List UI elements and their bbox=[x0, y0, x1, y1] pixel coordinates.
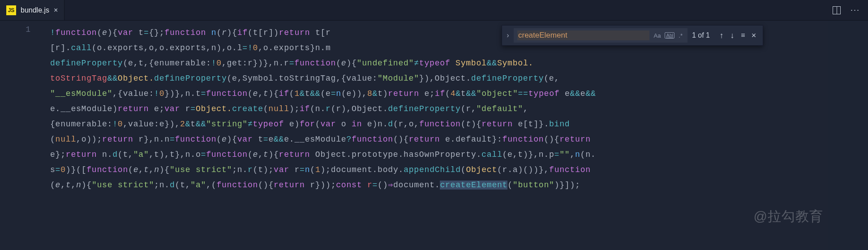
code-content[interactable]: !function(e){var t={};function n(r){if(t… bbox=[40, 21, 828, 250]
more-actions-icon[interactable]: ··· bbox=[851, 5, 860, 15]
find-in-selection-icon[interactable]: ≡ bbox=[738, 31, 748, 39]
regex-toggle[interactable]: .* bbox=[677, 32, 684, 39]
tab-filename: bundle.js bbox=[21, 6, 49, 14]
line-gutter: 1 bbox=[0, 21, 40, 250]
tab-actions: ··· bbox=[833, 5, 868, 15]
toggle-replace-icon[interactable]: › bbox=[502, 31, 514, 39]
close-tab-icon[interactable]: × bbox=[54, 6, 58, 14]
split-editor-icon[interactable] bbox=[833, 6, 841, 14]
find-result-count: 1 of 1 bbox=[692, 31, 710, 39]
line-number: 1 bbox=[0, 25, 30, 34]
js-file-icon: JS bbox=[6, 5, 16, 15]
find-widget: › Aa Abl .* 1 of 1 ↑ ↓ ≡ × bbox=[502, 25, 763, 46]
editor-area: 1 !function(e){var t={};function n(r){if… bbox=[0, 21, 828, 250]
match-whole-word-toggle[interactable]: Abl bbox=[665, 32, 675, 39]
find-input[interactable] bbox=[517, 30, 649, 40]
minimap[interactable] bbox=[828, 21, 868, 250]
tab-bar: JS bundle.js × ··· bbox=[0, 0, 868, 21]
match-case-toggle[interactable]: Aa bbox=[652, 32, 662, 39]
find-next-icon[interactable]: ↓ bbox=[727, 31, 738, 40]
search-match: createElement bbox=[440, 181, 507, 190]
find-previous-icon[interactable]: ↑ bbox=[716, 31, 727, 40]
find-input-box: Aa Abl .* bbox=[514, 28, 688, 43]
close-find-icon[interactable]: × bbox=[748, 31, 759, 40]
editor-tab[interactable]: JS bundle.js × bbox=[0, 0, 64, 20]
